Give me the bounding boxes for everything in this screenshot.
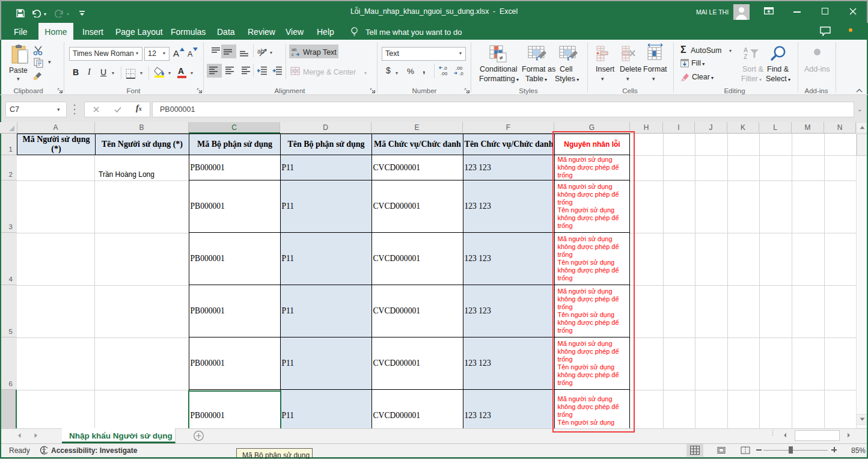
svg-text:.0: .0 bbox=[443, 66, 447, 71]
svg-text:Z: Z bbox=[744, 53, 748, 60]
svg-text:.0: .0 bbox=[459, 71, 463, 76]
svg-text:≠: ≠ bbox=[500, 54, 503, 61]
svg-text:c: c bbox=[292, 52, 294, 57]
svg-text:.00: .00 bbox=[441, 71, 448, 76]
svg-text:.00: .00 bbox=[456, 66, 463, 71]
svg-text:ab: ab bbox=[257, 48, 264, 55]
